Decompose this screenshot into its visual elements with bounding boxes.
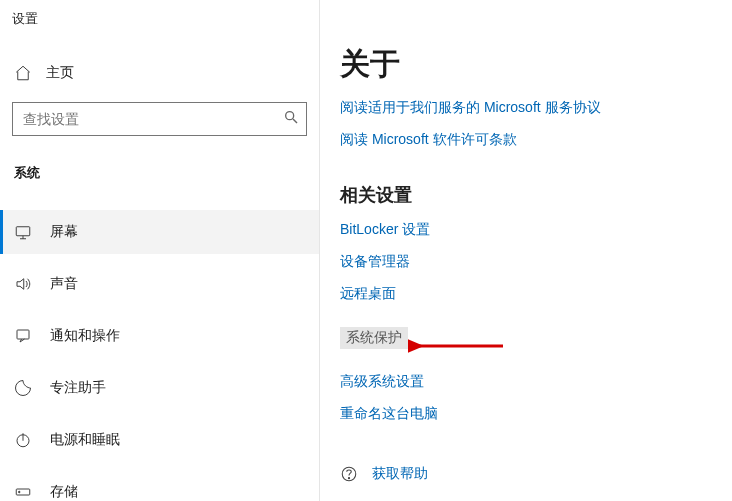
focus-assist-icon	[14, 379, 32, 397]
link-rename-pc[interactable]: 重命名这台电脑	[340, 405, 732, 423]
svg-point-5	[19, 491, 21, 493]
link-software-license[interactable]: 阅读 Microsoft 软件许可条款	[340, 131, 732, 149]
sidebar-item-label: 电源和睡眠	[50, 431, 120, 449]
link-get-help: 获取帮助	[372, 465, 428, 483]
sidebar-item-storage[interactable]: 存储	[0, 470, 319, 501]
sidebar-category: 系统	[0, 146, 319, 190]
sidebar-item-notifications[interactable]: 通知和操作	[0, 314, 319, 358]
main-content: 关于 阅读适用于我们服务的 Microsoft 服务协议 阅读 Microsof…	[340, 0, 732, 501]
svg-rect-1	[16, 227, 30, 236]
search-wrap	[12, 102, 307, 136]
svg-point-7	[348, 478, 349, 479]
sidebar-home-label: 主页	[46, 64, 74, 82]
link-bitlocker[interactable]: BitLocker 设置	[340, 221, 732, 239]
search-input[interactable]	[12, 102, 307, 136]
power-icon	[14, 431, 32, 449]
display-icon	[14, 223, 32, 241]
sidebar-item-sound[interactable]: 声音	[0, 262, 319, 306]
sidebar-item-focus-assist[interactable]: 专注助手	[0, 366, 319, 410]
related-settings-heading: 相关设置	[340, 183, 732, 207]
home-icon	[14, 64, 32, 82]
notifications-icon	[14, 327, 32, 345]
sidebar-item-power[interactable]: 电源和睡眠	[0, 418, 319, 462]
page-title: 关于	[340, 44, 732, 85]
sidebar-item-label: 存储	[50, 483, 78, 501]
sidebar-item-label: 通知和操作	[50, 327, 120, 345]
link-services-agreement[interactable]: 阅读适用于我们服务的 Microsoft 服务协议	[340, 99, 732, 117]
link-device-manager[interactable]: 设备管理器	[340, 253, 732, 271]
sidebar-item-label: 声音	[50, 275, 78, 293]
help-icon	[340, 465, 358, 483]
search-icon	[283, 109, 299, 129]
sidebar-item-display[interactable]: 屏幕	[0, 210, 319, 254]
link-advanced-system[interactable]: 高级系统设置	[340, 373, 732, 391]
link-remote-desktop[interactable]: 远程桌面	[340, 285, 732, 303]
sound-icon	[14, 275, 32, 293]
storage-icon	[14, 483, 32, 501]
sidebar: 设置 主页 系统 屏幕 声音	[0, 0, 320, 501]
svg-point-0	[286, 112, 294, 120]
link-system-protection[interactable]: 系统保护	[340, 327, 408, 349]
sidebar-item-label: 专注助手	[50, 379, 106, 397]
app-title: 设置	[0, 0, 319, 32]
svg-rect-2	[17, 330, 29, 339]
sidebar-home[interactable]: 主页	[0, 50, 319, 96]
nav-list: 屏幕 声音 通知和操作 专注助手 电源和睡眠	[0, 210, 319, 501]
sidebar-item-label: 屏幕	[50, 223, 78, 241]
help-row[interactable]: 获取帮助	[340, 465, 732, 483]
